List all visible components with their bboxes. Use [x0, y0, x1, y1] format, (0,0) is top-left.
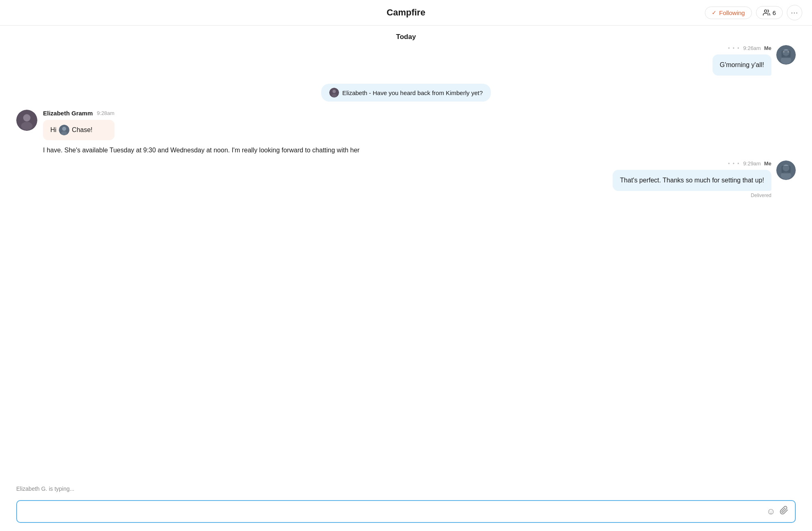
message-time: 9:28am — [97, 110, 114, 116]
svg-point-8 — [333, 90, 336, 93]
message-row: Elizabeth Gramm 9:28am Hi Chase! — [16, 110, 796, 140]
message-time: 9:26am — [743, 45, 761, 51]
message-bubble: Hi Chase! — [43, 120, 114, 140]
typing-indicator: Elizabeth G. is typing... — [0, 481, 812, 496]
message-bubble: I have. She's available Tuesday at 9:30 … — [43, 147, 796, 154]
members-count: 6 — [773, 9, 776, 16]
message-text: G'morning y'all! — [720, 61, 764, 68]
more-button[interactable]: ··· — [787, 5, 802, 20]
mention-message: Elizabeth - Have you heard back from Kim… — [16, 84, 796, 102]
delivered-status: Delivered — [751, 193, 796, 198]
message-options-dots: • • • — [728, 161, 740, 167]
inline-avatar — [59, 125, 69, 135]
message-row: • • • 9:29am Me That's perfect. Thanks s… — [16, 160, 796, 198]
svg-point-9 — [332, 94, 337, 97]
message-text: Elizabeth - Have you heard back from Kim… — [342, 89, 483, 96]
page-title: Campfire — [387, 7, 425, 18]
check-icon: ✓ — [712, 9, 717, 16]
following-button[interactable]: ✓ Following — [705, 7, 752, 19]
input-area: ☺ — [0, 496, 812, 531]
message-text: That's perfect. Thanks so much for setti… — [620, 177, 764, 184]
message-text-chase: Chase! — [72, 126, 93, 134]
mention-avatar — [329, 88, 339, 98]
message-sender: Me — [764, 160, 771, 167]
emoji-icon[interactable]: ☺ — [767, 506, 775, 517]
svg-point-15 — [61, 131, 67, 135]
message-sender: Me — [764, 45, 771, 51]
svg-rect-19 — [782, 166, 790, 173]
header-actions: ✓ Following 6 ··· — [705, 5, 802, 20]
message-text-hi: Hi — [50, 126, 56, 134]
message-content: Elizabeth Gramm 9:28am Hi Chase! — [43, 110, 114, 140]
message-bubble: G'morning y'all! — [713, 54, 771, 76]
message-row: • • • 9:26am Me G'morning y'all! — [16, 45, 796, 76]
svg-point-14 — [62, 127, 66, 131]
header: Campfire ✓ Following 6 ··· — [0, 0, 812, 26]
svg-rect-4 — [782, 50, 790, 58]
date-separator: Today — [0, 26, 812, 45]
message-input[interactable] — [24, 508, 762, 515]
message-input-box: ☺ — [16, 500, 796, 523]
more-icon: ··· — [791, 9, 798, 17]
svg-point-11 — [23, 114, 30, 121]
avatar — [776, 160, 796, 180]
message-options-dots: • • • — [728, 46, 740, 51]
svg-point-12 — [21, 122, 32, 130]
message-time: 9:29am — [743, 160, 761, 167]
avatar — [16, 110, 37, 131]
members-button[interactable]: 6 — [756, 6, 783, 19]
avatar — [776, 45, 796, 65]
svg-point-0 — [764, 10, 767, 12]
sender-name: Elizabeth Gramm — [43, 110, 93, 117]
message-row: I have. She's available Tuesday at 9:30 … — [16, 147, 796, 154]
chat-area: • • • 9:26am Me G'morning y'all! — [0, 45, 812, 481]
attachment-icon[interactable] — [780, 506, 788, 517]
people-icon — [763, 9, 770, 16]
mention-bubble: Elizabeth - Have you heard back from Kim… — [321, 84, 491, 102]
message-text: I have. She's available Tuesday at 9:30 … — [43, 147, 360, 154]
message-bubble: That's perfect. Thanks so much for setti… — [613, 170, 771, 191]
following-label: Following — [719, 9, 745, 16]
